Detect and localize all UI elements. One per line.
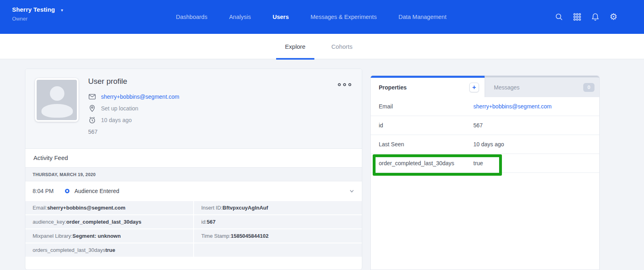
event-detail-cell: Insert ID: BftvpxcuyAglnAuf [194,201,362,214]
messages-count-badge: 0 [583,83,594,92]
event-detail-cell: orders_completed_last_30daystrue [25,243,193,257]
envelope-icon [88,93,96,101]
add-property-button[interactable]: + [469,83,479,92]
avatar [35,78,78,122]
primary-nav: Dashboards Analysis Users Messages & Exp… [176,0,446,34]
profile-email-link[interactable]: sherry+bobbins@segment.com [101,93,179,100]
nav-item-data-management[interactable]: Data Management [398,14,446,20]
notifications-bell-icon[interactable] [590,12,600,22]
tab-properties[interactable]: Properties + [371,76,485,97]
tab-messages[interactable]: Messages 0 [485,76,599,97]
tab-properties-label: Properties [379,84,407,91]
chevron-down-icon[interactable] [349,188,355,194]
apps-grid-icon[interactable] [572,12,582,22]
event-detail-cell [194,243,362,257]
top-navigation-bar: Sherry Testing ▾ Owner Dashboards Analys… [0,0,644,34]
avatar-silhouette-head [50,86,64,101]
location-pin-icon [88,104,96,112]
tab-explore[interactable]: Explore [276,34,314,59]
property-row-id: id 567 [371,116,599,135]
event-time: 8:04 PM [33,188,62,194]
topbar-icons: ⚙ [554,0,618,34]
user-profile-card: User profile sherry+bobbins@segment.com … [25,69,362,270]
project-name: Sherry Testing [12,6,55,13]
settings-gear-icon[interactable]: ⚙ [609,12,618,22]
alarm-clock-icon [88,116,96,124]
profile-location-placeholder[interactable]: Set up location [101,105,138,112]
event-detail-cell: Email: sherry+bobbins@segment.com [25,201,193,214]
event-detail-cell: id: 567 [194,215,362,228]
property-email-link[interactable]: sherry+bobbins@segment.com [473,103,551,110]
event-details-table: Email: sherry+bobbins@segment.com Insert… [25,200,362,257]
users-subnav: Explore Cohorts [0,34,644,59]
more-options-icon[interactable] [336,81,353,88]
profile-header: User profile sherry+bobbins@segment.com … [25,69,362,149]
event-type-dot-icon [65,189,70,193]
search-icon[interactable] [554,12,564,22]
nav-item-dashboards[interactable]: Dashboards [176,14,207,20]
property-row-email: Email sherry+bobbins@segment.com [371,97,599,116]
caret-down-icon: ▾ [61,8,63,12]
event-detail-cell: Mixpanel Library: Segment: unknown [25,229,193,243]
project-role: Owner [12,16,63,22]
property-row-order-completed: order_completed_last_30days true [371,154,599,173]
profile-distinct-id: 567 [88,126,179,137]
nav-item-analysis[interactable]: Analysis [229,14,251,20]
property-row-last-seen: Last Seen 10 days ago [371,135,599,154]
activity-event-row[interactable]: 8:04 PM Audience Entered [25,181,362,200]
properties-panel: Properties + Messages 0 Email sherry+bob… [370,75,600,270]
tab-cohorts[interactable]: Cohorts [323,34,361,59]
event-detail-cell: audience_key: order_completed_last_30day… [25,215,193,228]
nav-item-users[interactable]: Users [272,14,289,20]
nav-item-messages-experiments[interactable]: Messages & Experiments [311,14,377,20]
event-detail-cell: Time Stamp: 1585045844102 [194,229,362,243]
event-name: Audience Entered [74,188,119,194]
profile-last-seen: 10 days ago [101,117,132,123]
page-title: User profile [88,77,179,86]
activity-feed-title: Activity Feed [25,149,362,168]
project-switcher[interactable]: Sherry Testing ▾ Owner [12,6,63,22]
activity-date-header: THURSDAY, MARCH 19, 2020 [25,168,362,181]
tab-messages-label: Messages [494,84,520,91]
avatar-silhouette-body [41,104,73,118]
